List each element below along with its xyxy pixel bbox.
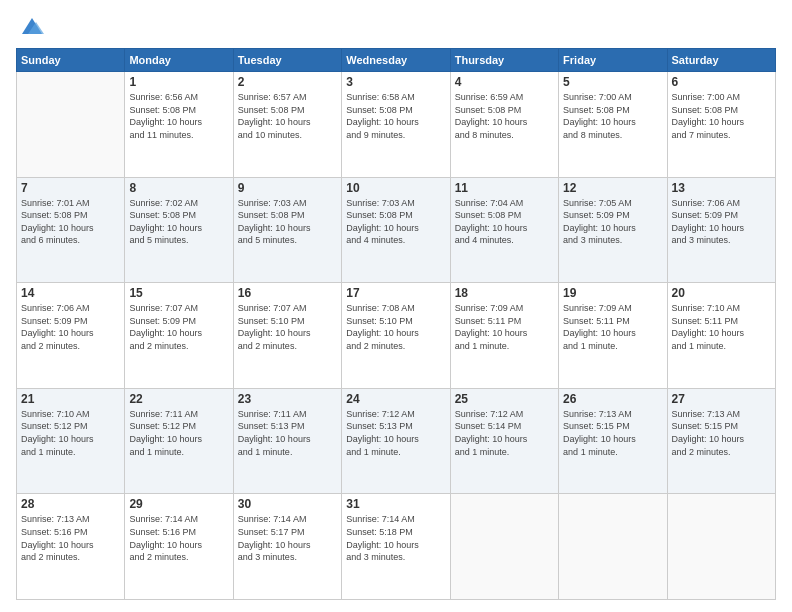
weekday-header-row: SundayMondayTuesdayWednesdayThursdayFrid… bbox=[17, 49, 776, 72]
day-number: 19 bbox=[563, 286, 662, 300]
day-number: 25 bbox=[455, 392, 554, 406]
day-info: Sunrise: 6:59 AM Sunset: 5:08 PM Dayligh… bbox=[455, 91, 554, 141]
day-info: Sunrise: 7:13 AM Sunset: 5:16 PM Dayligh… bbox=[21, 513, 120, 563]
calendar-cell: 13Sunrise: 7:06 AM Sunset: 5:09 PM Dayli… bbox=[667, 177, 775, 283]
day-info: Sunrise: 7:00 AM Sunset: 5:08 PM Dayligh… bbox=[672, 91, 771, 141]
weekday-header-thursday: Thursday bbox=[450, 49, 558, 72]
calendar-cell: 2Sunrise: 6:57 AM Sunset: 5:08 PM Daylig… bbox=[233, 72, 341, 178]
day-number: 7 bbox=[21, 181, 120, 195]
day-info: Sunrise: 7:14 AM Sunset: 5:16 PM Dayligh… bbox=[129, 513, 228, 563]
calendar-cell: 3Sunrise: 6:58 AM Sunset: 5:08 PM Daylig… bbox=[342, 72, 450, 178]
day-info: Sunrise: 7:07 AM Sunset: 5:10 PM Dayligh… bbox=[238, 302, 337, 352]
calendar-cell: 15Sunrise: 7:07 AM Sunset: 5:09 PM Dayli… bbox=[125, 283, 233, 389]
calendar-week-row-3: 14Sunrise: 7:06 AM Sunset: 5:09 PM Dayli… bbox=[17, 283, 776, 389]
day-info: Sunrise: 7:08 AM Sunset: 5:10 PM Dayligh… bbox=[346, 302, 445, 352]
calendar-cell: 27Sunrise: 7:13 AM Sunset: 5:15 PM Dayli… bbox=[667, 388, 775, 494]
calendar-week-row-5: 28Sunrise: 7:13 AM Sunset: 5:16 PM Dayli… bbox=[17, 494, 776, 600]
day-info: Sunrise: 7:06 AM Sunset: 5:09 PM Dayligh… bbox=[21, 302, 120, 352]
calendar-cell: 22Sunrise: 7:11 AM Sunset: 5:12 PM Dayli… bbox=[125, 388, 233, 494]
weekday-header-friday: Friday bbox=[559, 49, 667, 72]
day-number: 3 bbox=[346, 75, 445, 89]
calendar-cell: 7Sunrise: 7:01 AM Sunset: 5:08 PM Daylig… bbox=[17, 177, 125, 283]
calendar-cell bbox=[559, 494, 667, 600]
calendar-cell: 8Sunrise: 7:02 AM Sunset: 5:08 PM Daylig… bbox=[125, 177, 233, 283]
day-number: 31 bbox=[346, 497, 445, 511]
calendar-cell: 14Sunrise: 7:06 AM Sunset: 5:09 PM Dayli… bbox=[17, 283, 125, 389]
day-number: 13 bbox=[672, 181, 771, 195]
day-number: 21 bbox=[21, 392, 120, 406]
day-number: 26 bbox=[563, 392, 662, 406]
day-info: Sunrise: 7:10 AM Sunset: 5:12 PM Dayligh… bbox=[21, 408, 120, 458]
day-info: Sunrise: 7:04 AM Sunset: 5:08 PM Dayligh… bbox=[455, 197, 554, 247]
calendar-table: SundayMondayTuesdayWednesdayThursdayFrid… bbox=[16, 48, 776, 600]
day-info: Sunrise: 7:12 AM Sunset: 5:13 PM Dayligh… bbox=[346, 408, 445, 458]
day-number: 29 bbox=[129, 497, 228, 511]
logo bbox=[16, 12, 46, 40]
day-info: Sunrise: 7:13 AM Sunset: 5:15 PM Dayligh… bbox=[672, 408, 771, 458]
day-info: Sunrise: 7:01 AM Sunset: 5:08 PM Dayligh… bbox=[21, 197, 120, 247]
day-info: Sunrise: 7:12 AM Sunset: 5:14 PM Dayligh… bbox=[455, 408, 554, 458]
calendar-cell: 5Sunrise: 7:00 AM Sunset: 5:08 PM Daylig… bbox=[559, 72, 667, 178]
day-info: Sunrise: 7:09 AM Sunset: 5:11 PM Dayligh… bbox=[455, 302, 554, 352]
day-info: Sunrise: 7:11 AM Sunset: 5:12 PM Dayligh… bbox=[129, 408, 228, 458]
day-number: 9 bbox=[238, 181, 337, 195]
day-number: 27 bbox=[672, 392, 771, 406]
calendar-cell: 23Sunrise: 7:11 AM Sunset: 5:13 PM Dayli… bbox=[233, 388, 341, 494]
weekday-header-saturday: Saturday bbox=[667, 49, 775, 72]
header bbox=[16, 12, 776, 40]
weekday-header-sunday: Sunday bbox=[17, 49, 125, 72]
day-info: Sunrise: 7:09 AM Sunset: 5:11 PM Dayligh… bbox=[563, 302, 662, 352]
day-info: Sunrise: 7:11 AM Sunset: 5:13 PM Dayligh… bbox=[238, 408, 337, 458]
weekday-header-wednesday: Wednesday bbox=[342, 49, 450, 72]
day-number: 16 bbox=[238, 286, 337, 300]
day-number: 23 bbox=[238, 392, 337, 406]
day-info: Sunrise: 6:56 AM Sunset: 5:08 PM Dayligh… bbox=[129, 91, 228, 141]
day-number: 20 bbox=[672, 286, 771, 300]
calendar-cell: 4Sunrise: 6:59 AM Sunset: 5:08 PM Daylig… bbox=[450, 72, 558, 178]
calendar-cell: 24Sunrise: 7:12 AM Sunset: 5:13 PM Dayli… bbox=[342, 388, 450, 494]
calendar-cell: 29Sunrise: 7:14 AM Sunset: 5:16 PM Dayli… bbox=[125, 494, 233, 600]
calendar-cell: 6Sunrise: 7:00 AM Sunset: 5:08 PM Daylig… bbox=[667, 72, 775, 178]
day-number: 30 bbox=[238, 497, 337, 511]
calendar-cell: 19Sunrise: 7:09 AM Sunset: 5:11 PM Dayli… bbox=[559, 283, 667, 389]
weekday-header-tuesday: Tuesday bbox=[233, 49, 341, 72]
day-info: Sunrise: 7:14 AM Sunset: 5:17 PM Dayligh… bbox=[238, 513, 337, 563]
day-number: 2 bbox=[238, 75, 337, 89]
day-number: 10 bbox=[346, 181, 445, 195]
calendar-cell: 11Sunrise: 7:04 AM Sunset: 5:08 PM Dayli… bbox=[450, 177, 558, 283]
day-number: 17 bbox=[346, 286, 445, 300]
day-number: 18 bbox=[455, 286, 554, 300]
weekday-header-monday: Monday bbox=[125, 49, 233, 72]
day-number: 22 bbox=[129, 392, 228, 406]
calendar-cell bbox=[17, 72, 125, 178]
day-number: 24 bbox=[346, 392, 445, 406]
calendar-week-row-4: 21Sunrise: 7:10 AM Sunset: 5:12 PM Dayli… bbox=[17, 388, 776, 494]
day-number: 28 bbox=[21, 497, 120, 511]
calendar-cell bbox=[450, 494, 558, 600]
day-number: 5 bbox=[563, 75, 662, 89]
day-info: Sunrise: 7:05 AM Sunset: 5:09 PM Dayligh… bbox=[563, 197, 662, 247]
day-number: 11 bbox=[455, 181, 554, 195]
day-number: 6 bbox=[672, 75, 771, 89]
day-number: 15 bbox=[129, 286, 228, 300]
calendar-cell: 30Sunrise: 7:14 AM Sunset: 5:17 PM Dayli… bbox=[233, 494, 341, 600]
calendar-week-row-2: 7Sunrise: 7:01 AM Sunset: 5:08 PM Daylig… bbox=[17, 177, 776, 283]
day-info: Sunrise: 7:00 AM Sunset: 5:08 PM Dayligh… bbox=[563, 91, 662, 141]
calendar-cell: 20Sunrise: 7:10 AM Sunset: 5:11 PM Dayli… bbox=[667, 283, 775, 389]
calendar-cell: 26Sunrise: 7:13 AM Sunset: 5:15 PM Dayli… bbox=[559, 388, 667, 494]
day-info: Sunrise: 7:14 AM Sunset: 5:18 PM Dayligh… bbox=[346, 513, 445, 563]
calendar-cell: 16Sunrise: 7:07 AM Sunset: 5:10 PM Dayli… bbox=[233, 283, 341, 389]
day-info: Sunrise: 7:07 AM Sunset: 5:09 PM Dayligh… bbox=[129, 302, 228, 352]
day-info: Sunrise: 6:58 AM Sunset: 5:08 PM Dayligh… bbox=[346, 91, 445, 141]
day-number: 14 bbox=[21, 286, 120, 300]
calendar-cell bbox=[667, 494, 775, 600]
day-info: Sunrise: 7:13 AM Sunset: 5:15 PM Dayligh… bbox=[563, 408, 662, 458]
day-number: 8 bbox=[129, 181, 228, 195]
calendar-cell: 10Sunrise: 7:03 AM Sunset: 5:08 PM Dayli… bbox=[342, 177, 450, 283]
logo-icon bbox=[18, 12, 46, 40]
day-info: Sunrise: 7:10 AM Sunset: 5:11 PM Dayligh… bbox=[672, 302, 771, 352]
calendar-week-row-1: 1Sunrise: 6:56 AM Sunset: 5:08 PM Daylig… bbox=[17, 72, 776, 178]
day-number: 1 bbox=[129, 75, 228, 89]
calendar-cell: 18Sunrise: 7:09 AM Sunset: 5:11 PM Dayli… bbox=[450, 283, 558, 389]
calendar-cell: 17Sunrise: 7:08 AM Sunset: 5:10 PM Dayli… bbox=[342, 283, 450, 389]
